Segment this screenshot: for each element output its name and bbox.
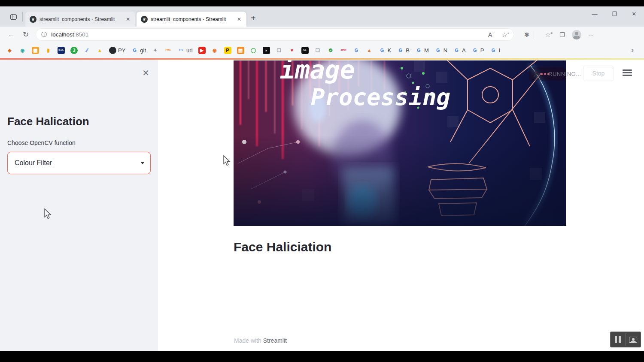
- pause-icon: [615, 336, 621, 343]
- bookmark-eye[interactable]: ◉: [211, 47, 219, 54]
- add-favorite-icon[interactable]: ☆+: [502, 31, 509, 38]
- back-icon[interactable]: ←: [8, 30, 15, 39]
- bookmark-google-n-label: N: [444, 47, 447, 54]
- bookmark-brush[interactable]: ⁄⁄: [83, 47, 91, 54]
- bookmark-movie-icon: ▤: [237, 47, 244, 54]
- bookmark-camera[interactable]: ▦: [32, 47, 39, 54]
- bookmark-green-3[interactable]: 3: [70, 47, 78, 54]
- streamlit-page: ✕ Face Halication Choose OpenCV function…: [0, 58, 644, 351]
- bookmark-cl[interactable]: CL: [301, 47, 309, 54]
- bookmark-doc-2-icon: ❏: [314, 47, 322, 54]
- bookmark-matlab[interactable]: ▲: [366, 47, 373, 54]
- bookmark-heart[interactable]: ♥: [289, 47, 296, 54]
- pause-button[interactable]: [611, 332, 626, 347]
- bookmark-github-icon: [109, 47, 116, 54]
- sidebar-title: Face Halication: [7, 115, 89, 128]
- bookmark-bird-icon: ◗: [263, 47, 270, 54]
- window-controls: — ❐ ✕: [585, 6, 644, 21]
- bookmark-wifi-url[interactable]: ◠url: [177, 47, 192, 54]
- bookmark-diamond[interactable]: ◆: [6, 47, 13, 54]
- mouse-cursor: [223, 155, 232, 166]
- bookmark-github-label: PY: [118, 47, 125, 54]
- bookmark-movie[interactable]: ▤: [237, 47, 244, 54]
- tab-close-icon[interactable]: ✕: [124, 15, 132, 23]
- bookmark-google-git[interactable]: Ggit: [131, 47, 146, 54]
- streamlit-favicon: ♛: [30, 16, 36, 23]
- favorites-icon[interactable]: ☆≡: [545, 31, 553, 38]
- more-bookmarks-icon[interactable]: ›: [631, 46, 638, 54]
- bookmark-google-a-label: A: [462, 47, 466, 54]
- bookmark-google-b-icon: G: [397, 47, 404, 54]
- address-bar[interactable]: ⓘ localhost:8501 A⌃ ☆+: [36, 28, 514, 41]
- bookmark-godaddy[interactable]: ◉: [19, 47, 26, 54]
- app-menu-icon[interactable]: [623, 69, 632, 77]
- opencv-function-select[interactable]: Colour Filter: [7, 152, 151, 174]
- stop-button[interactable]: Stop: [583, 66, 614, 81]
- bookmark-google-p[interactable]: GP: [471, 47, 484, 54]
- minimize-button[interactable]: —: [585, 6, 605, 21]
- select-value: Colour Filter: [15, 159, 52, 167]
- bookmark-youtube[interactable]: ▶: [198, 47, 206, 54]
- status-text: RUNNING...: [548, 71, 581, 77]
- tab-streamlit-2[interactable]: ♛ streamlit_components · Streamlit ✕: [137, 12, 246, 27]
- bookmark-google-a[interactable]: GA: [453, 47, 466, 54]
- bookmark-heart-icon: ♥: [289, 47, 296, 54]
- bookmark-godaddy-icon: ◉: [19, 47, 26, 54]
- bookmark-emblem-icon: ❂: [327, 47, 334, 54]
- svg-text:image: image: [280, 60, 355, 84]
- settings-menu-icon[interactable]: ⋯: [588, 31, 594, 38]
- bookmark-airtel[interactable]: airtel: [340, 47, 347, 54]
- browser-toolbar: ← ↻ ⓘ localhost:8501 A⌃ ☆+ ❃ ☆≡ ❐ ⋯: [0, 27, 644, 42]
- bookmark-google-i[interactable]: GI: [489, 47, 500, 54]
- bookmark-gray-badge[interactable]: ✦: [152, 47, 159, 54]
- close-button[interactable]: ✕: [624, 6, 644, 21]
- tab-close-icon[interactable]: ✕: [235, 15, 243, 23]
- sidebar-close-icon[interactable]: ✕: [142, 68, 149, 78]
- bookmark-doc-1-icon: ❏: [276, 47, 283, 54]
- site-info-icon[interactable]: ⓘ: [41, 31, 47, 39]
- bookmark-google-a-icon: G: [453, 47, 460, 54]
- profile-avatar[interactable]: [572, 30, 581, 39]
- bookmark-wifi-url-label: url: [186, 47, 192, 54]
- streamlit-decoration-bar: [0, 58, 644, 60]
- text-caret: [53, 159, 53, 167]
- bookmark-bird[interactable]: ◗: [263, 47, 270, 54]
- bookmark-green-ring-icon: ◯: [250, 47, 257, 54]
- bookmark-camera-icon: ▦: [32, 47, 39, 54]
- hero-image: image Processing: [234, 60, 566, 226]
- page-title: Face Haliciation: [234, 240, 331, 254]
- bookmark-yellow-p[interactable]: P: [224, 47, 231, 54]
- browser-window: ♛ streamlit_components · Streamlit ✕ ♛ s…: [0, 6, 644, 351]
- bookmark-google-k[interactable]: GK: [379, 47, 392, 54]
- bookmark-green-ring[interactable]: ◯: [250, 47, 257, 54]
- collections-icon[interactable]: ❐: [559, 31, 565, 38]
- tab-strip: ♛ streamlit_components · Streamlit ✕ ♛ s…: [0, 6, 644, 27]
- mouse-cursor-2: [44, 208, 53, 220]
- streamlit-link[interactable]: Streamlit: [263, 337, 287, 344]
- bookmark-ieee[interactable]: IEEE: [58, 47, 65, 54]
- bookmark-google-n[interactable]: GN: [434, 47, 447, 54]
- tab-streamlit-1[interactable]: ♛ streamlit_components · Streamlit ✕: [25, 12, 135, 27]
- bookmark-google-m-icon: G: [415, 47, 422, 54]
- bookmark-doc-1[interactable]: ❏: [276, 47, 283, 54]
- bookmark-google-i-icon: G: [489, 47, 497, 54]
- restore-button[interactable]: ❐: [605, 6, 624, 21]
- bookmark-google-m[interactable]: GM: [415, 47, 429, 54]
- refresh-icon[interactable]: ↻: [23, 30, 29, 39]
- read-aloud-icon[interactable]: A⌃: [488, 31, 495, 38]
- toolbar-right: ❃ ☆≡ ❐ ⋯: [517, 30, 594, 39]
- bookmark-google-b[interactable]: GB: [397, 47, 410, 54]
- extensions-icon[interactable]: ❃: [524, 31, 529, 38]
- bookmark-github[interactable]: PY: [109, 47, 125, 54]
- new-tab-button[interactable]: +: [251, 14, 256, 22]
- tab-actions-menu-icon[interactable]: [7, 10, 20, 23]
- bookmark-emblem[interactable]: ❂: [327, 47, 334, 54]
- bookmark-google-p-icon: G: [471, 47, 479, 54]
- bookmark-phpmyadmin[interactable]: PMA: [164, 47, 172, 54]
- bookmark-doc-2[interactable]: ❏: [314, 47, 322, 54]
- webcam-toggle-button[interactable]: [626, 332, 641, 347]
- bookmark-analytics[interactable]: ▮: [45, 47, 52, 54]
- bookmark-google[interactable]: G: [353, 47, 360, 54]
- bookmark-google-ads[interactable]: ▲: [96, 47, 103, 54]
- url-text[interactable]: localhost:8501: [51, 31, 481, 38]
